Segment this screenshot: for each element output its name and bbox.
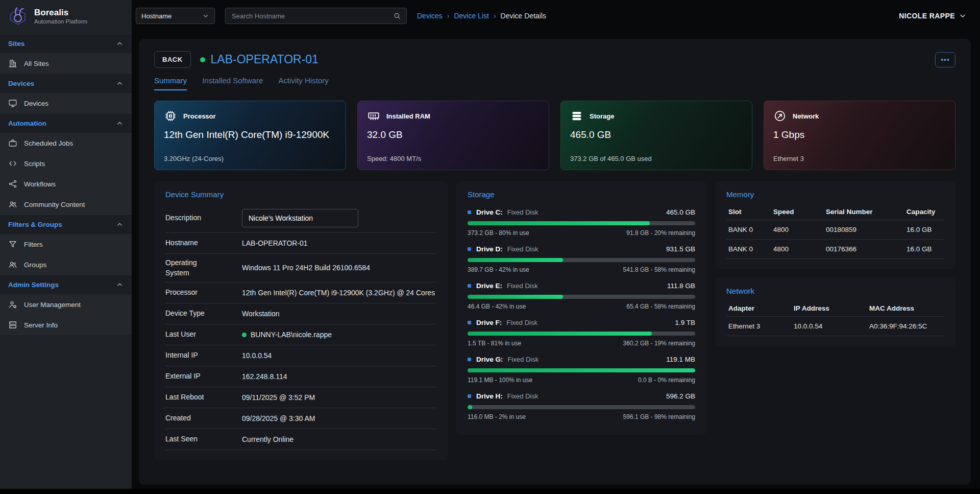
description-input[interactable]: [242, 209, 358, 227]
summary-row-operating-system: Operating System Windows 11 Pro 24H2 Bui…: [165, 254, 436, 283]
tab-installed-software[interactable]: Installed Software: [202, 76, 263, 90]
stat-title: Storage: [590, 112, 614, 120]
breadcrumb-devices[interactable]: Devices: [417, 12, 443, 20]
breadcrumb-device-list[interactable]: Device List: [454, 12, 488, 20]
sidebar-item-scripts[interactable]: Scripts: [0, 153, 132, 174]
hostname-filter-select[interactable]: Hostname: [136, 8, 215, 24]
stat-card-storage: Storage 465.0 GB 373.2 GB of 465.0 GB us…: [560, 101, 752, 170]
people-icon: [8, 200, 17, 209]
row-label: External IP: [165, 371, 242, 382]
drive-remaining-text: 0.0 B - 0% remaining: [638, 377, 695, 384]
sidebar-item-filters[interactable]: Filters: [0, 234, 132, 254]
sidebar-section-automation[interactable]: Automation: [0, 113, 132, 133]
network-icon: [773, 109, 787, 123]
summary-row-last-user: Last User BUNNY-LAB\nicole.rappe: [165, 324, 436, 345]
sidebar-item-all-sites[interactable]: All Sites: [0, 53, 132, 74]
briefcase-icon: [8, 138, 17, 148]
storage-card: Storage Drive C: Fixed Disk 465.0 GB 373…: [456, 181, 706, 435]
memory-col-capacity: Capacity: [904, 204, 944, 220]
user-name: NICOLE RAPPE: [899, 12, 955, 20]
summary-row-hostname: Hostname LAB-OPERATOR-01: [165, 233, 436, 254]
sidebar-item-groups[interactable]: Groups: [0, 254, 132, 275]
drive-used-text: 46.4 GB - 42% in use: [468, 303, 526, 310]
network-ip: 10.0.0.54: [792, 317, 867, 336]
storage-title: Storage: [468, 190, 695, 199]
drive-usage-fill: [468, 221, 650, 225]
stat-cards: Processor 12th Gen Intel(R) Core(TM) i9-…: [154, 101, 955, 170]
sidebar-item-workflows[interactable]: Workflows: [0, 174, 132, 194]
chevron-up-icon: [116, 221, 124, 228]
device-title: LAB-OPERATOR-01: [211, 53, 318, 66]
drive-remaining-text: 91.8 GB - 20% remaining: [626, 229, 695, 237]
detail-columns: Device Summary Description Hostname LAB-…: [154, 181, 955, 473]
tab-activity-history[interactable]: Activity History: [278, 76, 328, 90]
drive-bullet-icon: [468, 358, 471, 361]
stat-value: 1 Gbps: [773, 129, 946, 140]
drive-c: Drive C: Fixed Disk 465.0 GB 373.2 GB - …: [468, 204, 695, 241]
network-card: Network Adapter IP Address MAC Address: [715, 278, 955, 346]
sidebar-item-scheduled-jobs[interactable]: Scheduled Jobs: [0, 133, 132, 153]
network-mac: A0:36:9F:94:26:5C: [867, 317, 944, 336]
drive-usage-bar: [468, 221, 695, 225]
summary-row-last-seen: Last Seen Currently Online: [165, 429, 436, 450]
sidebar-item-user-management[interactable]: User Management: [0, 294, 132, 315]
search-input[interactable]: [231, 12, 393, 20]
row-value: Windows 11 Pro 24H2 Build 26100.6584: [242, 263, 370, 273]
row-value: 10.0.0.54: [242, 350, 272, 361]
more-actions-button[interactable]: •••: [935, 52, 955, 67]
breadcrumb-device-details: Device Details: [501, 12, 546, 20]
stat-card-network: Network 1 Gbps Ethernet 3: [764, 101, 955, 170]
back-button[interactable]: BACK: [154, 51, 191, 68]
sidebar-item-label: Scripts: [24, 160, 45, 168]
drive-usage-bar: [468, 295, 695, 299]
sidebar-item-label: Devices: [24, 100, 48, 107]
drive-usage-bar: [468, 405, 695, 409]
brand-text: Borealis Automation Platform: [34, 8, 87, 25]
drive-size: 465.0 GB: [666, 208, 695, 216]
sidebar-item-devices[interactable]: Devices: [0, 93, 132, 113]
device-summary-title: Device Summary: [165, 190, 436, 199]
drive-usage-bar: [468, 332, 695, 336]
storage-icon: [570, 109, 583, 123]
server-icon: [8, 320, 17, 330]
drive-usage-fill: [468, 295, 563, 299]
drive-used-text: 373.2 GB - 80% in use: [468, 229, 529, 237]
section-label: Devices: [8, 80, 34, 87]
network-row: Ethernet 3 10.0.0.54 A0:36:9F:94:26:5C: [726, 317, 944, 336]
memory-title: Memory: [726, 190, 944, 199]
sidebar-item-server-info[interactable]: Server Info: [0, 315, 132, 335]
sidebar-section-sites[interactable]: Sites: [0, 34, 132, 53]
drive-size: 1.9 TB: [675, 319, 695, 326]
search-icon[interactable]: [393, 12, 401, 20]
device-summary-card: Device Summary Description Hostname LAB-…: [154, 181, 448, 460]
sidebar-section-devices[interactable]: Devices: [0, 74, 132, 93]
device-title-wrap: LAB-OPERATOR-01: [200, 53, 318, 66]
drive-h: Drive H: Fixed Disk 596.2 GB 116.0 MB - …: [468, 388, 695, 425]
stat-title: Network: [793, 112, 819, 120]
sidebar-section-admin-settings[interactable]: Admin Settings: [0, 275, 132, 294]
section-label: Filters & Groups: [8, 221, 62, 228]
memory-serial: 00176366: [824, 240, 904, 259]
memory-slot: BANK 0: [726, 220, 771, 240]
device-details-panel: BACK LAB-OPERATOR-01 ••• Summary Install…: [139, 39, 971, 485]
user-menu[interactable]: NICOLE RAPPE: [899, 12, 967, 20]
sidebar-section-filters-groups[interactable]: Filters & Groups: [0, 215, 132, 234]
sidebar-item-community-content[interactable]: Community Content: [0, 194, 132, 215]
drive-usage-fill: [468, 332, 652, 336]
chevron-down-icon: [959, 12, 967, 20]
drive-name: Drive G:: [476, 356, 503, 363]
summary-row-device-type: Device Type Workstation: [165, 303, 436, 324]
memory-row: BANK 0 4800 00180859 16.0 GB: [726, 220, 944, 240]
drive-type: Fixed Disk: [507, 245, 538, 253]
drive-type: Fixed Disk: [507, 392, 538, 400]
memory-serial: 00180859: [824, 220, 904, 240]
app-root: Borealis Automation Platform Sites All S…: [0, 0, 980, 489]
drive-bullet-icon: [468, 394, 471, 398]
network-title: Network: [726, 287, 944, 295]
drive-f: Drive F: Fixed Disk 1.9 TB 1.5 TB - 81% …: [468, 314, 695, 351]
groups-icon: [8, 260, 17, 269]
network-table: Adapter IP Address MAC Address Ethernet …: [726, 300, 944, 336]
row-value: 162.248.8.114: [242, 371, 287, 382]
breadcrumb-separator: ›: [447, 12, 450, 20]
tab-summary[interactable]: Summary: [154, 76, 187, 90]
